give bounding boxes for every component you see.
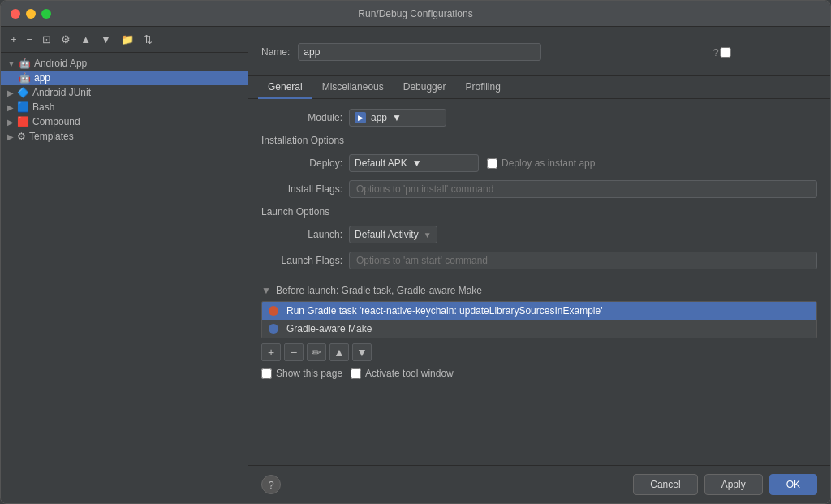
tab-debugger[interactable]: Debugger — [394, 76, 456, 99]
module-icon: ▶ — [355, 112, 366, 123]
bl-move-down-button[interactable]: ▼ — [352, 343, 372, 361]
minimize-button[interactable] — [26, 9, 36, 19]
launch-options-title: Launch Options — [261, 206, 817, 218]
tab-miscellaneous[interactable]: Miscellaneous — [312, 76, 394, 99]
add-config-button[interactable]: + — [7, 32, 20, 47]
titlebar: Run/Debug Configurations — [1, 1, 830, 27]
before-launch-title: Before launch: Gradle task, Gradle-aware… — [276, 285, 482, 296]
move-up-button[interactable]: ▲ — [77, 32, 94, 47]
deploy-label: Deploy: — [261, 157, 342, 169]
expand-arrow-icon: ▶ — [7, 103, 14, 112]
bl-add-button[interactable]: + — [261, 343, 281, 361]
window-title: Run/Debug Configurations — [358, 8, 472, 19]
module-chevron-icon: ▼ — [392, 112, 402, 123]
deploy-row-inner: Default APK ▼ Deploy as instant app — [349, 154, 595, 172]
help-button[interactable]: ? — [261, 475, 281, 494]
bl-edit-button[interactable]: ✏ — [307, 343, 326, 361]
help-icon[interactable]: ? — [713, 46, 718, 58]
bl-remove-button[interactable]: − — [284, 343, 304, 361]
launch-value: Default Activity — [355, 229, 419, 240]
tree-item-app[interactable]: 🤖 app — [1, 71, 248, 85]
bottom-bar: ? Cancel Apply OK — [248, 465, 830, 503]
ok-button[interactable]: OK — [769, 474, 817, 495]
install-flags-input[interactable] — [349, 180, 817, 198]
cancel-button[interactable]: Cancel — [633, 474, 697, 495]
junit-icon: 🔷 — [17, 87, 29, 98]
gradle-icon — [269, 306, 278, 316]
show-page-row: Show this page Activate tool window — [261, 368, 817, 379]
tree-item-junit[interactable]: ▶ 🔷 Android JUnit — [1, 85, 248, 100]
bl-toolbar: + − ✏ ▲ ▼ — [261, 343, 817, 361]
left-toolbar: + − ⊡ ⚙ ▲ ▼ 📁 ⇅ — [1, 27, 248, 53]
before-launch-header: ▼ Before launch: Gradle task, Gradle-awa… — [261, 285, 817, 296]
bl-move-up-button[interactable]: ▲ — [329, 343, 349, 361]
tree-item-label: Bash — [32, 101, 54, 113]
config-tree: ▼ 🤖 Android App 🤖 app ▶ 🔷 Android JUnit … — [1, 53, 248, 503]
before-launch-arrow-icon[interactable]: ▼ — [261, 285, 271, 296]
launch-flags-label: Launch Flags: — [261, 255, 342, 266]
expand-arrow-icon: ▶ — [7, 88, 14, 97]
installation-options-title: Installation Options — [261, 135, 817, 146]
launch-dropdown[interactable]: Default Activity ▼ — [349, 226, 437, 243]
gradle-make-icon — [269, 324, 278, 334]
tab-profiling[interactable]: Profiling — [455, 76, 510, 99]
expand-arrow-icon: ▶ — [7, 132, 14, 141]
remove-config-button[interactable]: − — [24, 32, 37, 47]
install-flags-label: Install Flags: — [261, 183, 342, 195]
maximize-button[interactable] — [41, 9, 51, 19]
window-controls — [11, 9, 51, 19]
deploy-row: Deploy: Default APK ▼ Deploy as instant … — [261, 154, 817, 172]
bl-item-gradle-make[interactable]: Gradle-aware Make — [262, 320, 816, 338]
tree-item-templates[interactable]: ▶ ⚙ Templates — [1, 129, 248, 144]
move-down-button[interactable]: ▼ — [97, 32, 114, 47]
name-row: Name: app Share through VCS ? Allow para… — [248, 27, 830, 76]
module-label: Module: — [261, 112, 342, 123]
instant-app-label: Deploy as instant app — [487, 157, 595, 169]
right-panel: Name: app Share through VCS ? Allow para… — [248, 27, 830, 503]
before-launch-section: ▼ Before launch: Gradle task, Gradle-awa… — [261, 278, 817, 379]
show-page-label: Show this page — [261, 368, 342, 379]
launch-label: Launch: — [261, 229, 342, 240]
bl-item-label: Gradle-aware Make — [286, 323, 372, 334]
settings-config-button[interactable]: ⚙ — [58, 32, 74, 47]
bl-item-label: Run Gradle task 'react-native-keychain: … — [286, 305, 602, 317]
android-icon: 🤖 — [19, 58, 31, 69]
bl-item-gradle-task[interactable]: Run Gradle task 'react-native-keychain: … — [262, 302, 816, 320]
launch-flags-row: Launch Flags: — [261, 252, 817, 269]
instant-app-checkbox[interactable] — [487, 158, 497, 169]
show-page-checkbox[interactable] — [261, 368, 272, 379]
launch-flags-input[interactable] — [349, 252, 817, 269]
tab-general[interactable]: General — [258, 76, 312, 99]
tree-item-bash[interactable]: ▶ 🟦 Bash — [1, 100, 248, 114]
tabs-row: General Miscellaneous Debugger Profiling — [248, 76, 830, 99]
activate-tool-label: Activate tool window — [351, 368, 454, 379]
expand-arrow-icon: ▼ — [7, 59, 15, 68]
action-buttons: Cancel Apply OK — [633, 474, 817, 495]
folder-button[interactable]: 📁 — [118, 32, 137, 47]
main-content: + − ⊡ ⚙ ▲ ▼ 📁 ⇅ ▼ 🤖 Android App 🤖 app — [1, 27, 830, 503]
bash-icon: 🟦 — [17, 101, 29, 113]
before-launch-list: Run Gradle task 'react-native-keychain: … — [261, 301, 817, 338]
allow-parallel-checkbox[interactable] — [729, 47, 830, 58]
copy-config-button[interactable]: ⊡ — [39, 32, 54, 47]
close-button[interactable] — [11, 9, 20, 19]
sort-button[interactable]: ⇅ — [140, 32, 156, 47]
android-green-icon: 🤖 — [19, 72, 31, 84]
deploy-dropdown[interactable]: Default APK ▼ — [349, 154, 479, 172]
activate-tool-checkbox[interactable] — [351, 368, 361, 379]
name-input[interactable]: app — [298, 43, 541, 61]
apply-button[interactable]: Apply — [704, 474, 763, 495]
expand-arrow-icon: ▶ — [7, 118, 14, 127]
allow-parallel-label: Allow parallel run — [729, 35, 817, 69]
module-dropdown[interactable]: ▶ app ▼ — [349, 109, 446, 127]
launch-chevron-icon: ▼ — [424, 230, 432, 239]
launch-row: Launch: Default Activity ▼ — [261, 226, 817, 243]
module-value: app — [371, 112, 387, 123]
tree-item-compound[interactable]: ▶ 🟥 Compound — [1, 114, 248, 129]
window: Run/Debug Configurations + − ⊡ ⚙ ▲ ▼ 📁 ⇅… — [0, 0, 831, 504]
tree-item-label: Android App — [34, 58, 87, 69]
compound-icon: 🟥 — [17, 116, 29, 127]
install-flags-row: Install Flags: — [261, 180, 817, 198]
tree-item-android-app[interactable]: ▼ 🤖 Android App — [1, 56, 248, 71]
tree-item-label: app — [34, 72, 50, 84]
